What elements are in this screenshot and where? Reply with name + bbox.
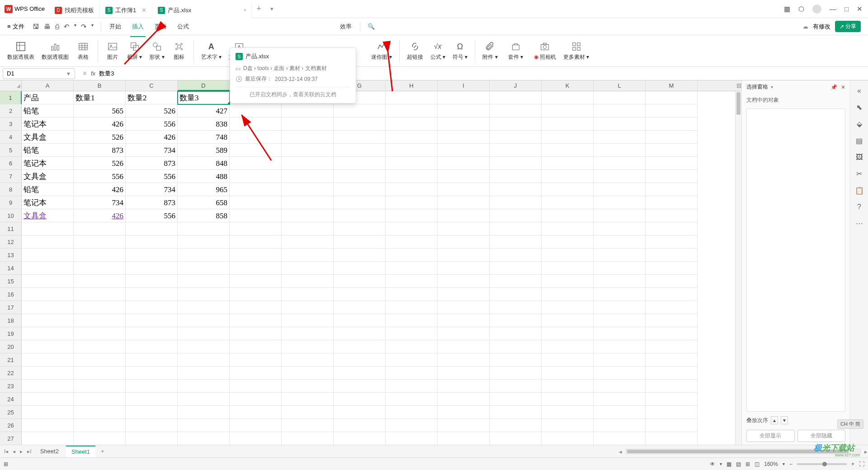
cell[interactable]: [646, 249, 698, 262]
cell[interactable]: [282, 170, 334, 183]
cell[interactable]: [334, 157, 386, 170]
cell[interactable]: [646, 301, 698, 314]
cell[interactable]: [282, 131, 334, 144]
fx-icon[interactable]: fx: [91, 70, 95, 77]
cell[interactable]: [74, 288, 126, 301]
cell[interactable]: [282, 235, 334, 249]
cell[interactable]: [438, 144, 490, 157]
cell[interactable]: [230, 406, 282, 419]
cell[interactable]: [334, 131, 386, 144]
cell[interactable]: [386, 301, 438, 314]
vertical-scrollbar[interactable]: ▤: [735, 91, 741, 445]
cell[interactable]: [126, 301, 178, 314]
cell[interactable]: [646, 380, 698, 393]
menu-tab-efficiency[interactable]: 效率: [335, 20, 357, 33]
cell[interactable]: 858: [178, 209, 230, 222]
cell[interactable]: [178, 406, 230, 419]
attachment-button[interactable]: 附件 ▾: [480, 40, 500, 62]
column-header[interactable]: K: [542, 80, 594, 91]
cell[interactable]: [542, 222, 594, 235]
cell[interactable]: [230, 432, 282, 445]
cell[interactable]: [386, 406, 438, 419]
cell[interactable]: [594, 353, 646, 367]
column-header[interactable]: M: [646, 80, 698, 91]
cell[interactable]: [334, 380, 386, 393]
cell[interactable]: [542, 170, 594, 183]
cell[interactable]: [282, 249, 334, 262]
cell[interactable]: [74, 275, 126, 288]
cell[interactable]: [542, 288, 594, 301]
cell[interactable]: [334, 327, 386, 340]
sheet-tab-sheet1[interactable]: Sheet1: [66, 446, 95, 457]
cell[interactable]: [646, 314, 698, 327]
cell[interactable]: [542, 314, 594, 327]
table-button[interactable]: 表格: [73, 40, 93, 62]
cell[interactable]: [542, 209, 594, 222]
symbol-button[interactable]: Ω符号 ▾: [450, 40, 470, 62]
cell[interactable]: [126, 222, 178, 235]
cell[interactable]: [438, 353, 490, 367]
cell[interactable]: 556: [74, 170, 126, 183]
cell[interactable]: [230, 275, 282, 288]
cell[interactable]: [594, 209, 646, 222]
cell[interactable]: [542, 275, 594, 288]
cell[interactable]: [594, 288, 646, 301]
collapse-icon[interactable]: «: [857, 87, 861, 95]
cell[interactable]: [74, 353, 126, 367]
cell[interactable]: 数量2: [126, 91, 178, 104]
cell[interactable]: [542, 393, 594, 406]
menu-tab-insert[interactable]: 插入: [127, 20, 149, 33]
select-icon[interactable]: ⬉: [856, 103, 862, 112]
cell[interactable]: [282, 340, 334, 353]
minimize-button[interactable]: —: [830, 5, 836, 13]
cell[interactable]: [386, 131, 438, 144]
select-all-corner[interactable]: ◢: [0, 80, 22, 91]
cell[interactable]: [334, 183, 386, 196]
row-header[interactable]: 18: [0, 314, 22, 327]
fullscreen-icon[interactable]: ⛶: [859, 461, 864, 467]
cell[interactable]: [126, 275, 178, 288]
scrollbar-thumb[interactable]: [736, 92, 741, 115]
cell[interactable]: [646, 91, 698, 104]
view-break-icon[interactable]: ⊞: [745, 461, 750, 467]
cell[interactable]: [542, 196, 594, 209]
cell[interactable]: [438, 183, 490, 196]
cancel-icon[interactable]: ✕: [82, 70, 87, 77]
cell[interactable]: [334, 340, 386, 353]
column-header[interactable]: B: [74, 80, 126, 91]
cell[interactable]: [178, 353, 230, 367]
cell[interactable]: [386, 275, 438, 288]
cell[interactable]: [282, 262, 334, 275]
cell[interactable]: [490, 104, 542, 118]
cell[interactable]: [126, 380, 178, 393]
cell[interactable]: [386, 262, 438, 275]
column-header[interactable]: D: [178, 80, 230, 91]
cell[interactable]: [126, 327, 178, 340]
column-header[interactable]: J: [490, 80, 542, 91]
cell[interactable]: [230, 157, 282, 170]
cell[interactable]: [22, 235, 74, 249]
cell[interactable]: [594, 222, 646, 235]
cell[interactable]: [282, 222, 334, 235]
cell[interactable]: [282, 157, 334, 170]
cell[interactable]: [490, 170, 542, 183]
row-header[interactable]: 4: [0, 131, 22, 144]
row-header[interactable]: 12: [0, 235, 22, 249]
preview-icon[interactable]: ⎙: [55, 23, 59, 31]
cell[interactable]: [230, 353, 282, 367]
cell[interactable]: [594, 170, 646, 183]
cell[interactable]: [178, 288, 230, 301]
cell[interactable]: [594, 249, 646, 262]
cube-icon[interactable]: ⬡: [798, 5, 804, 13]
cell[interactable]: [334, 419, 386, 432]
cell[interactable]: [126, 249, 178, 262]
cell[interactable]: [438, 249, 490, 262]
cell[interactable]: [334, 262, 386, 275]
cell[interactable]: [74, 393, 126, 406]
cell[interactable]: [386, 249, 438, 262]
cell[interactable]: [438, 419, 490, 432]
cell[interactable]: [74, 340, 126, 353]
cell[interactable]: [646, 209, 698, 222]
cell[interactable]: [126, 314, 178, 327]
add-sheet-button[interactable]: +: [97, 448, 108, 455]
